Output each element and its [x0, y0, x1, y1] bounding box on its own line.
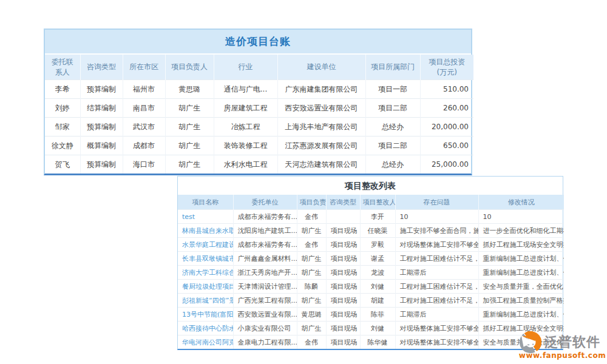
table-row: 刘婷结算编制南昌市胡广生房屋建筑工程西安致远置业有限公司项目二部260.00 [45, 99, 473, 118]
table-cell: 项目二部 [365, 99, 420, 118]
table-cell: 抓好工程施工现场安全文明措施... [478, 238, 564, 252]
table-cell [326, 210, 360, 224]
table-cell: 650.00 [420, 136, 473, 155]
table-cell: 预算编制 [80, 80, 123, 99]
table-cell: 工期滞后 [395, 308, 478, 322]
table-cell: 项目现场 [326, 335, 360, 349]
project-name-link[interactable]: 长丰县双墩镇城市更新项... [178, 252, 233, 266]
table-cell: 胡广生 [165, 136, 214, 155]
header-cell: 建设单位 [277, 55, 365, 80]
table-cell: 对现场整体施工安排不够全面合... [395, 322, 478, 335]
table-cell: 广西光莱工程有限... [233, 294, 297, 308]
ledger-table-body: 李希预算编制福州市黄思璐通信与广电...广东南建集团有限公司项目一部510.00… [45, 80, 473, 174]
table-cell: 陈麟 [297, 280, 326, 294]
table-cell: 安全与质量并重，全面优化、细... [478, 280, 564, 294]
project-name-link[interactable]: 林南县城自来水取水管道... [178, 224, 233, 238]
fanpu-logo: 泛普软件 www.fanpusoft.com [518, 329, 607, 360]
table-cell: 广州鑫鑫金属材料... [233, 252, 297, 266]
header-cell: 修改情况 [478, 195, 564, 210]
project-name-link[interactable]: 13号中节能(富阳)环保产... [178, 308, 233, 322]
table-row: 餐厨垃圾处理项目10千伏...天津博润设计管理...陈麟项目现场刘健工程对施工困… [178, 280, 564, 294]
header-cell: 项目名称 [178, 195, 233, 210]
project-name-link[interactable]: 济南大学工科综合楼建设 [178, 266, 233, 280]
table-cell: 黄思璐 [297, 308, 326, 322]
table-cell: 西安致远置业有限公司 [277, 99, 365, 118]
table-cell: 李开 [360, 210, 395, 224]
table-cell: 预算编制 [80, 155, 123, 174]
table-cell: 武汉市 [123, 118, 165, 136]
project-name-link[interactable]: 哈西接待中心防水维修工程 [178, 322, 233, 335]
table-cell: 工程对施工困难估计不足，站区... [395, 252, 478, 266]
table-row: 邹家预算编制武汉市胡广生冶炼工程上海兆丰地产有限公司总经办20,000.00 [45, 118, 473, 136]
table-cell: 510.00 [420, 80, 473, 99]
table-cell: 胡建 [360, 294, 395, 308]
table-cell: 贺飞 [45, 155, 80, 174]
table-cell: 海口市 [123, 155, 165, 174]
table-cell: 成都市 [123, 136, 165, 155]
table-cell: 重新编制施工总进度计划、合理... [478, 308, 564, 322]
table-cell: 胡广生 [297, 266, 326, 280]
table-cell: 陈菲 [360, 308, 395, 322]
header-cell: 咨询类型 [326, 195, 360, 210]
table-cell: 金伟 [297, 210, 326, 224]
table-cell: 龙波 [360, 266, 395, 280]
table-cell: 项目现场 [326, 238, 360, 252]
header-cell: 项目所属部门 [365, 55, 420, 80]
table-cell: 房屋建筑工程 [214, 99, 277, 118]
fanpu-logo-url: www.fanpusoft.com [518, 351, 607, 360]
rectification-table-panel: 项目整改列表 项目名称委托单位项目负责人咨询类型项目整改人存在问题修改情况 te… [177, 176, 563, 350]
table-cell: 谢孟 [360, 252, 395, 266]
header-cell: 项目负责人 [297, 195, 326, 210]
table-cell: 江苏惠源发展有限公司 [277, 136, 365, 155]
table-cell: 任晓渠 [360, 224, 395, 238]
fanpu-logo-name: 泛普软件 [544, 335, 600, 349]
ledger-table-title: 造价项目台账 [45, 30, 471, 55]
table-cell: 项目二部 [365, 136, 420, 155]
table-cell: 福州市 [123, 80, 165, 99]
project-name-link[interactable]: 餐厨垃圾处理项目10千伏... [178, 280, 233, 294]
table-cell: 天津博润设计管理... [233, 280, 297, 294]
table-cell: 项目现场 [326, 252, 360, 266]
project-name-link[interactable]: 水景华庭工程建设项目 [178, 238, 233, 252]
project-name-link[interactable]: 彭祖新城“四馆”景观工程 [178, 294, 233, 308]
table-cell: 项目现场 [326, 266, 360, 280]
header-cell: 委托单位 [233, 195, 297, 210]
table-row: 哈西接待中心防水维修工程小康实业有限公司胡广生项目现场刘健对现场整体施工安排不够… [178, 322, 564, 335]
table-cell: 装饰装修工程 [214, 136, 277, 155]
table-cell: 项目现场 [326, 224, 360, 238]
table-cell: 工程对施工困难估计不足，站区... [395, 294, 478, 308]
table-cell: 黄思璐 [165, 80, 214, 99]
header-cell: 项目负责人 [165, 55, 214, 80]
table-cell: 工程对施工困难估计不足，站区... [395, 280, 478, 294]
table-row: 贺飞预算编制海口市胡广生水利水电工程天河志浩建筑有限公司总经办25,000.00 [45, 155, 473, 174]
table-cell: 项目现场 [326, 322, 360, 335]
table-cell: 刘健 [360, 280, 395, 294]
table-row: 林南县城自来水取水管道...沈阳房地产建筑工...胡广生项目现场任晓渠施工安排不… [178, 224, 564, 238]
table-cell: 10 [478, 210, 564, 224]
project-name-link[interactable]: 华电河南公司阿克塞风电... [178, 335, 233, 349]
table-cell: 项目一部 [365, 80, 420, 99]
table-cell: 徐文静 [45, 136, 80, 155]
rectification-table-body: test成都市来福劳务有...金伟李开1010林南县城自来水取水管道...沈阳房… [178, 210, 564, 349]
table-cell: 金伟 [297, 238, 326, 252]
table-cell: 上海兆丰地产有限公司 [277, 118, 365, 136]
table-cell: 天河志浩建筑有限公司 [277, 155, 365, 174]
table-cell: 邹家 [45, 118, 80, 136]
rectification-table-title: 项目整改列表 [178, 177, 563, 195]
table-cell: 成都市来福劳务有... [233, 238, 297, 252]
rectification-table: 项目名称委托单位项目负责人咨询类型项目整改人存在问题修改情况 test成都市来福… [178, 195, 564, 349]
table-cell: 项目现场 [326, 294, 360, 308]
table-cell: 260.00 [420, 99, 473, 118]
table-cell: 总经办 [365, 155, 420, 174]
table-cell: 金伟 [297, 335, 326, 349]
table-cell: 李希 [45, 80, 80, 99]
table-cell: 刘健 [360, 322, 395, 335]
table-cell: 总经办 [365, 118, 420, 136]
table-cell: 加强工程施工质量控制严格按照... [478, 294, 564, 308]
table-cell: 进一步全面优化和细化工期布置， [478, 224, 564, 238]
table-cell: 概算编制 [80, 136, 123, 155]
table-cell: 项目现场 [326, 280, 360, 294]
project-name-link[interactable]: test [178, 210, 233, 224]
table-cell: 浙江天秀房地产开... [233, 266, 297, 280]
table-cell: 西安致远置业有限... [233, 308, 297, 322]
